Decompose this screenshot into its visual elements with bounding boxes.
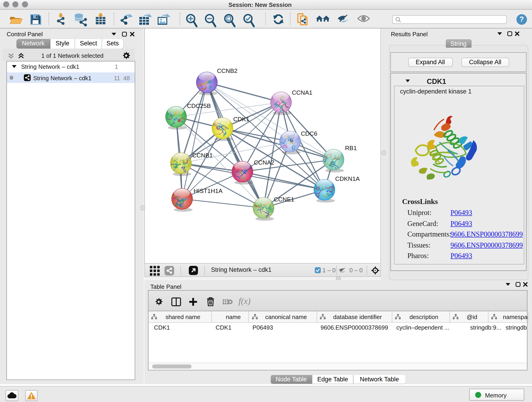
svg-text:CCNB1: CCNB1 [192, 152, 212, 159]
svg-text:CCNE1: CCNE1 [273, 196, 294, 203]
svg-text:CDC6: CDC6 [301, 130, 317, 137]
svg-text:RB1: RB1 [345, 145, 356, 152]
svg-text:CDC25B: CDC25B [187, 102, 210, 109]
svg-text:CDKN1A: CDKN1A [335, 175, 360, 182]
svg-text:CCNA1: CCNA1 [292, 89, 312, 96]
svg-text:CDK1: CDK1 [233, 116, 249, 123]
svg-text:HIST1H1A: HIST1H1A [193, 187, 222, 194]
svg-text:CCNA2: CCNA2 [254, 159, 274, 166]
svg-text:CCNB2: CCNB2 [217, 67, 237, 74]
